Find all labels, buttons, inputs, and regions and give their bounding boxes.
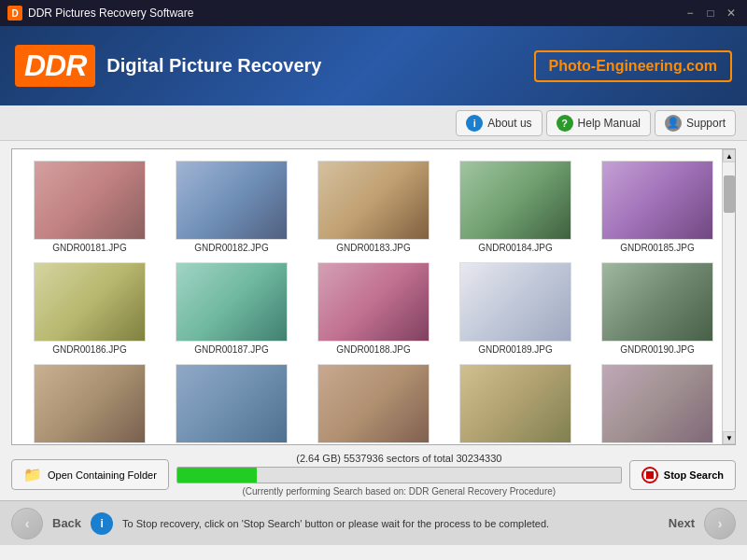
photo-thumbnail (176, 161, 288, 240)
open-folder-button[interactable]: 📁 Open Containing Folder (11, 459, 169, 490)
photo-thumbnail (601, 262, 713, 342)
photo-thumbnail (317, 364, 430, 443)
progress-bar-fill (177, 468, 258, 483)
help-manual-button[interactable]: ? Help Manual (546, 110, 651, 136)
about-us-label: About us (487, 117, 531, 130)
photo-item[interactable]: GNDR00190.JPG (587, 259, 727, 358)
photo-label: GNDR00185.JPG (620, 243, 694, 253)
back-label: Back (52, 516, 81, 530)
title-bar-controls: − □ ✕ (682, 5, 740, 21)
photo-label: GNDR00183.JPG (336, 243, 410, 253)
title-bar-text: DDR Pictures Recovery Software (28, 7, 193, 20)
support-button[interactable]: 👤 Support (655, 110, 736, 136)
maximize-button[interactable]: □ (702, 5, 719, 21)
photo-label: GNDR00181.JPG (52, 243, 126, 253)
photo-grid: GNDR00181.JPGGNDR00182.JPGGNDR00183.JPGG… (12, 149, 735, 444)
photo-grid-container: GNDR00181.JPGGNDR00182.JPGGNDR00183.JPGG… (11, 148, 736, 445)
photo-thumbnail (459, 161, 571, 240)
folder-icon: 📁 (23, 466, 42, 483)
scroll-up-arrow[interactable]: ▲ (723, 149, 736, 162)
photo-thumbnail (317, 262, 430, 342)
photo-item[interactable]: GNDR00189.JPG (445, 259, 585, 358)
photo-thumbnail (317, 161, 430, 240)
footer-info-icon: i (91, 512, 113, 535)
photo-thumbnail (459, 262, 571, 342)
footer-nav: ‹ Back i To Stop recovery, click on 'Sto… (0, 500, 747, 545)
photo-label: GNDR00187.JPG (194, 344, 268, 355)
photo-thumbnail (34, 161, 146, 240)
help-manual-label: Help Manual (578, 117, 641, 130)
progress-bar-container (176, 467, 622, 483)
title-bar: D DDR Pictures Recovery Software − □ ✕ (0, 0, 747, 26)
photo-thumbnail (176, 262, 288, 342)
photo-label: GNDR00182.JPG (194, 243, 268, 253)
logo-section: DDR Digital Picture Recovery (15, 45, 321, 87)
photo-item[interactable]: GNDR00192.JPG (162, 360, 302, 444)
support-label: Support (686, 117, 726, 130)
photo-thumbnail (34, 262, 146, 342)
title-bar-left: D DDR Pictures Recovery Software (7, 6, 193, 21)
photo-label: GNDR00190.JPG (620, 344, 694, 355)
photo-item[interactable]: GNDR00186.JPG (20, 259, 160, 358)
help-icon: ? (557, 115, 573, 132)
photo-item[interactable]: GNDR00195.JPG (587, 360, 727, 444)
stop-search-label: Stop Search (664, 469, 724, 481)
app-icon: D (7, 6, 22, 21)
photo-item[interactable]: GNDR00191.JPG (20, 360, 160, 444)
stop-search-button[interactable]: Stop Search (629, 460, 736, 490)
photo-thumbnail (176, 364, 288, 443)
minimize-button[interactable]: − (682, 5, 698, 21)
website-badge: Photo-Engineering.com (534, 50, 732, 82)
photo-label: GNDR00184.JPG (478, 243, 552, 253)
about-us-button[interactable]: i About us (456, 110, 542, 136)
photo-thumbnail (459, 364, 571, 443)
bottom-controls: 📁 Open Containing Folder (2.64 GB) 55379… (11, 453, 736, 497)
photo-item[interactable]: GNDR00188.JPG (303, 259, 444, 358)
nav-bar: i About us ? Help Manual 👤 Support (0, 105, 747, 141)
next-label: Next (669, 516, 695, 530)
header: DDR Digital Picture Recovery Photo-Engin… (0, 26, 747, 105)
photo-thumbnail (601, 364, 713, 443)
scrollbar[interactable]: ▲ ▼ (722, 149, 735, 444)
footer-message: To Stop recovery, click on 'Stop Search'… (122, 518, 659, 529)
next-button[interactable]: › (704, 508, 736, 539)
photo-label: GNDR00188.JPG (336, 344, 410, 355)
photo-item[interactable]: GNDR00193.JPG (303, 360, 444, 444)
stop-square (646, 471, 654, 479)
stop-icon (641, 467, 658, 483)
progress-info-text: (2.64 GB) 5537936 sectors of total 30234… (296, 453, 501, 464)
photo-item[interactable]: GNDR00194.JPG (445, 360, 585, 444)
photo-label: GNDR00189.JPG (478, 344, 552, 355)
app-title: Digital Picture Recovery (106, 55, 321, 77)
close-button[interactable]: ✕ (723, 5, 740, 21)
photo-label: GNDR00186.JPG (52, 344, 126, 355)
progress-section: (2.64 GB) 5537936 sectors of total 30234… (176, 453, 622, 497)
photo-item[interactable]: GNDR00187.JPG (162, 259, 302, 358)
photo-thumbnail (34, 364, 146, 443)
photo-item[interactable]: GNDR00183.JPG (303, 157, 444, 257)
scroll-down-arrow[interactable]: ▼ (723, 431, 736, 444)
photo-item[interactable]: GNDR00185.JPG (587, 157, 727, 257)
ddr-logo: DDR (15, 45, 95, 87)
scroll-thumb[interactable] (724, 175, 735, 213)
support-icon: 👤 (665, 115, 682, 132)
open-folder-label: Open Containing Folder (48, 469, 157, 481)
photo-thumbnail (601, 161, 713, 240)
photo-item[interactable]: GNDR00184.JPG (445, 157, 585, 257)
back-button[interactable]: ‹ (11, 508, 43, 539)
progress-sub-text: (Currently performing Search based on: D… (242, 486, 556, 497)
photo-item[interactable]: GNDR00182.JPG (162, 157, 302, 257)
photo-item[interactable]: GNDR00181.JPG (20, 157, 160, 257)
info-icon: i (466, 115, 483, 132)
